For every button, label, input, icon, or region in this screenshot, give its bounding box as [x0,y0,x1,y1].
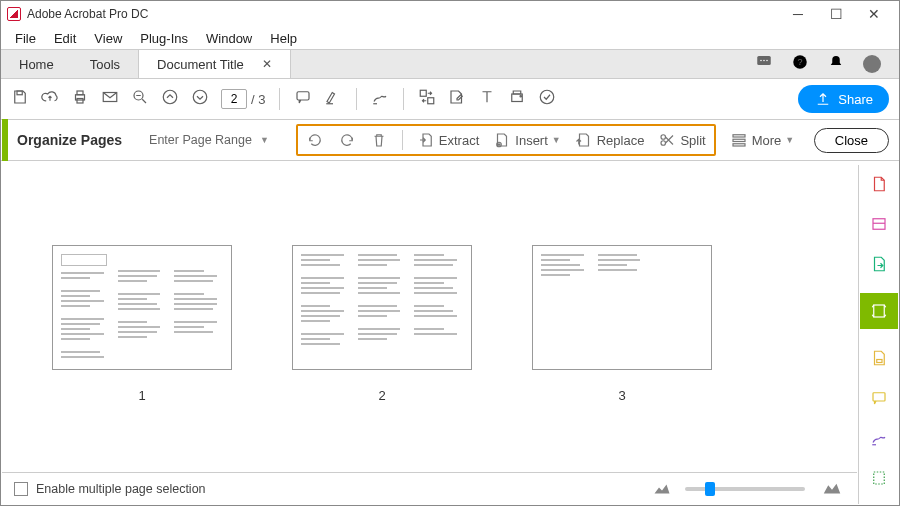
bell-icon[interactable] [827,53,845,75]
menu-file[interactable]: File [7,29,44,48]
organize-accent [2,119,8,161]
window-close[interactable]: ✕ [855,1,893,27]
close-button[interactable]: Close [814,128,889,153]
page-up-icon[interactable] [161,88,179,110]
menu-window[interactable]: Window [198,29,260,48]
highlight-icon[interactable] [324,88,342,110]
thumbnail-area: 1 2 3 [2,165,857,471]
thumbnail-label: 3 [532,388,712,403]
svg-rect-26 [873,219,885,230]
chevron-down-icon: ▼ [260,135,269,145]
avatar[interactable] [863,55,881,73]
zoom-out-icon[interactable] [131,88,149,110]
page-range-dropdown[interactable]: Enter Page Range ▼ [142,128,276,152]
footer-bar: Enable multiple page selection [2,472,857,504]
mail-icon[interactable] [101,88,119,110]
save-icon[interactable] [11,88,29,110]
rail-create-pdf-icon[interactable] [868,173,890,195]
share-label: Share [838,92,873,107]
menu-help[interactable]: Help [262,29,305,48]
tab-tools[interactable]: Tools [72,50,138,78]
svg-point-1 [760,60,762,62]
multi-select-label: Enable multiple page selection [36,482,206,496]
convert-icon[interactable] [418,88,436,110]
print-production-icon[interactable] [508,88,526,110]
svg-rect-9 [77,99,83,104]
zoom-handle[interactable] [705,482,715,496]
more-button[interactable]: More ▼ [730,131,795,149]
svg-rect-30 [873,472,884,484]
app-title: Adobe Acrobat Pro DC [27,7,779,21]
organize-bar: Organize Pages Enter Page Range ▼ Extrac… [1,119,899,161]
insert-button[interactable]: Insert ▼ [493,131,560,149]
thumbnail-label: 2 [292,388,472,403]
tab-document[interactable]: Document Title ✕ [138,50,291,78]
svg-rect-28 [876,360,881,363]
text-icon[interactable] [478,88,496,110]
svg-rect-6 [17,91,22,95]
page-down-icon[interactable] [191,88,209,110]
chevron-down-icon: ▼ [552,135,561,145]
page-total-label: / 3 [251,92,265,107]
delete-button[interactable] [370,131,388,149]
svg-text:?: ? [797,57,802,67]
window-minimize[interactable]: ─ [779,1,817,27]
rail-export-icon[interactable] [868,253,890,275]
svg-point-3 [766,60,768,62]
svg-point-22 [661,141,666,146]
svg-point-18 [520,96,522,98]
chevron-down-icon: ▼ [785,135,794,145]
extract-button[interactable]: Extract [417,131,479,149]
check-circle-icon[interactable] [538,88,556,110]
cloud-upload-icon[interactable] [41,88,59,110]
rail-organize-icon[interactable] [860,293,898,329]
svg-point-13 [193,90,207,104]
svg-rect-8 [77,91,83,95]
organize-title: Organize Pages [17,132,122,148]
share-button[interactable]: Share [798,85,889,113]
svg-point-12 [163,90,177,104]
tab-close-icon[interactable]: ✕ [262,57,272,71]
rail-combine-icon[interactable] [868,213,890,235]
rail-edit-icon[interactable] [868,347,890,369]
organize-highlight-group: Extract Insert ▼ Replace Split [296,124,716,156]
rail-sign-icon[interactable] [868,427,890,449]
split-button[interactable]: Split [658,131,705,149]
menu-plugins[interactable]: Plug-Ins [132,29,196,48]
page-thumbnail[interactable]: 3 [532,245,712,471]
page-number-input[interactable] [221,89,247,109]
svg-rect-25 [733,144,745,146]
menu-bar: File Edit View Plug-Ins Window Help [1,27,899,49]
zoom-slider[interactable] [685,487,805,491]
svg-rect-24 [733,139,745,141]
print-icon[interactable] [71,88,89,110]
svg-rect-15 [421,90,427,96]
chat-icon[interactable] [755,53,773,75]
menu-edit[interactable]: Edit [46,29,84,48]
svg-point-2 [763,60,765,62]
rail-comment-icon[interactable] [868,387,890,409]
titlebar: Adobe Acrobat Pro DC ─ ☐ ✕ [1,1,899,27]
rail-protect-icon[interactable] [868,467,890,489]
zoom-large-icon[interactable] [819,483,845,495]
page-thumbnail[interactable]: 2 [292,245,472,471]
svg-rect-27 [873,305,884,317]
window-maximize[interactable]: ☐ [817,1,855,27]
tab-document-label: Document Title [157,57,244,72]
menu-view[interactable]: View [86,29,130,48]
comment-icon[interactable] [294,88,312,110]
sign-icon[interactable] [371,88,389,110]
tab-home[interactable]: Home [1,50,72,78]
help-icon[interactable]: ? [791,53,809,75]
zoom-small-icon[interactable] [653,483,671,495]
multi-select-checkbox[interactable] [14,482,28,496]
rotate-cw-button[interactable] [338,131,356,149]
main-toolbar: / 3 Share [1,79,899,119]
page-thumbnail[interactable]: 1 [52,245,232,471]
rotate-ccw-button[interactable] [306,131,324,149]
edit-pdf-icon[interactable] [448,88,466,110]
page-range-label: Enter Page Range [149,133,252,147]
tab-strip: Home Tools Document Title ✕ ? [1,49,899,79]
svg-rect-23 [733,135,745,137]
replace-button[interactable]: Replace [575,131,645,149]
